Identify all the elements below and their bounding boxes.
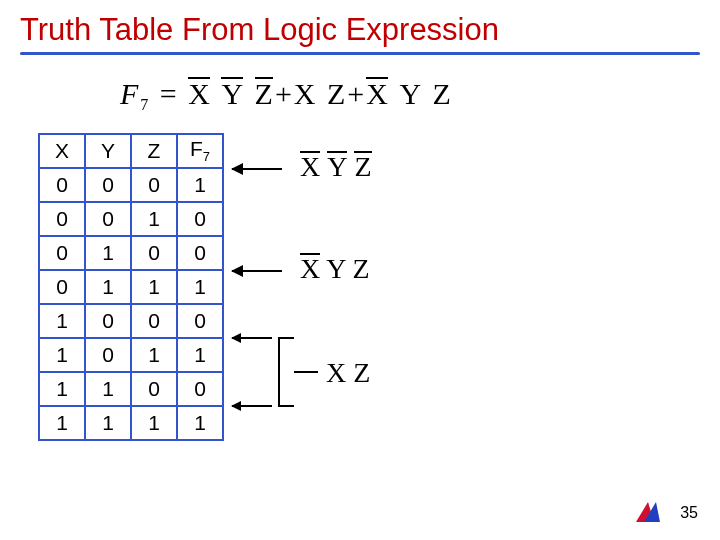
- col-x: X: [39, 134, 85, 168]
- col-y: Y: [85, 134, 131, 168]
- annotation-xbar-y-z: X Y Z: [300, 253, 370, 285]
- arrow-icon: [232, 270, 282, 272]
- truth-table: X Y Z F7 0001 0010 0100 0111 1000 1011 1…: [38, 133, 224, 441]
- col-f7: F7: [177, 134, 223, 168]
- plus1: +: [275, 77, 292, 111]
- term1-ybar: Y: [221, 77, 243, 111]
- table-row: 1011: [39, 338, 223, 372]
- arrow-icon: [232, 405, 272, 407]
- table-row: 1000: [39, 304, 223, 338]
- table-row: 1100: [39, 372, 223, 406]
- term3-z: Z: [433, 77, 451, 111]
- page-number: 35: [680, 504, 698, 522]
- term2-x: X: [294, 77, 316, 111]
- bracket-icon: [278, 337, 294, 407]
- equals: =: [160, 77, 177, 111]
- col-z: Z: [131, 134, 177, 168]
- boolean-expression: F7 = X Y Z + X Z + X Y Z: [0, 55, 720, 111]
- arrow-icon: [232, 168, 282, 170]
- term1-zbar: Z: [255, 77, 273, 111]
- slide-title: Truth Table From Logic Expression: [0, 0, 720, 52]
- table-row: 0111: [39, 270, 223, 304]
- term3-y: Y: [399, 77, 421, 111]
- lhs-var: F: [120, 77, 138, 111]
- term3-xbar: X: [366, 77, 388, 111]
- arrow-icon: [232, 337, 272, 339]
- annotation-xyz-bars: X Y Z: [300, 151, 372, 183]
- annotation-x-z: X Z: [326, 357, 370, 389]
- table-row: 1111: [39, 406, 223, 440]
- table-header-row: X Y Z F7: [39, 134, 223, 168]
- connector-line: [294, 371, 318, 373]
- term1-xbar: X: [188, 77, 210, 111]
- term2-z: Z: [327, 77, 345, 111]
- table-row: 0100: [39, 236, 223, 270]
- table-row: 0001: [39, 168, 223, 202]
- table-row: 0010: [39, 202, 223, 236]
- logo-icon: [634, 500, 662, 524]
- plus2: +: [347, 77, 364, 111]
